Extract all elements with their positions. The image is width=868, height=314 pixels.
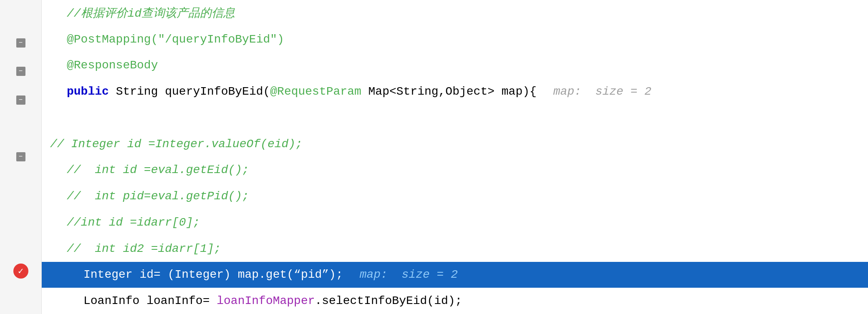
comment-integer-id: // Integer id =Integer.valueOf(eid);	[50, 138, 303, 151]
hint-map-size-1: map: size = 2	[553, 85, 651, 98]
gutter-row-9	[0, 229, 41, 257]
code-line-11: LoanInfo loanInfo= loanInfoMapper.select…	[42, 288, 868, 314]
gutter-row-11	[0, 286, 41, 314]
comment-int-pid: // int pid=eval.getPid();	[67, 190, 249, 203]
gutter-row-5	[0, 114, 41, 143]
comment-int-id2: // int id2 =idarr[1];	[67, 242, 221, 255]
annotation-responsebody: @ResponseBody	[67, 59, 158, 72]
hint-map-size-2: map: size = 2	[360, 268, 458, 281]
code-area: //根据评价id查询该产品的信息 @PostMapping("/queryInf…	[42, 0, 868, 314]
code-line-9b: // int id2 =idarr[1];	[42, 236, 868, 262]
editor-container: − − − − ✓ //根据评价id查询该产品的信息	[0, 0, 868, 314]
gutter-row-4[interactable]: −	[0, 85, 41, 114]
code-line-7: // int id =eval.getEid();	[42, 157, 868, 183]
gutter-row-7	[0, 171, 41, 200]
code-line-3: @ResponseBody	[42, 53, 868, 79]
gutter-row-1	[0, 0, 41, 28]
code-line-2: @PostMapping("/queryInfoByEid")	[42, 26, 868, 53]
code-line-6: // Integer id =Integer.valueOf(eid);	[42, 131, 868, 157]
comment-chinese: //根据评价id查询该产品的信息	[67, 5, 235, 21]
code-line-10: Integer id= (Integer) map.get(“pid”);map…	[42, 262, 868, 288]
code-line-5	[42, 105, 868, 131]
keyword-public: public	[67, 85, 109, 98]
code-loaninfo-line: LoanInfo loanInfo=	[83, 294, 217, 307]
gutter-row-3[interactable]: −	[0, 57, 41, 85]
code-line-8: // int pid=eval.getPid();	[42, 183, 868, 209]
comment-int-idarr0: //int id =idarr[0];	[67, 216, 200, 229]
fold-icon-6[interactable]: −	[16, 152, 25, 161]
code-line-9: //int id =idarr[0];	[42, 209, 868, 236]
annotation-requestparam: @RequestParam	[270, 85, 361, 98]
annotation-postmapping: @PostMapping("/queryInfoByEid")	[67, 33, 284, 46]
gutter-row-8	[0, 200, 41, 228]
comment-int-id-eval: // int id =eval.getEid();	[67, 163, 249, 176]
debug-breakpoint-icon[interactable]: ✓	[13, 264, 28, 279]
code-line-1: //根据评价id查询该产品的信息	[42, 0, 868, 26]
fold-icon-2[interactable]: −	[16, 38, 25, 48]
gutter-row-10: ✓	[0, 257, 41, 285]
gutter-row-2[interactable]: −	[0, 28, 41, 57]
fold-icon-4[interactable]: −	[16, 95, 25, 105]
gutter-row-6[interactable]: −	[0, 143, 41, 171]
code-loaninfomapper: loanInfoMapper	[217, 294, 315, 307]
fold-icon-3[interactable]: −	[16, 67, 25, 76]
gutter: − − − − ✓	[0, 0, 42, 314]
code-line-4: public String queryInfoByEid(@RequestPar…	[42, 78, 868, 105]
code-integer-id-line: Integer id= (Integer) map.get(“pid”);	[83, 268, 343, 281]
